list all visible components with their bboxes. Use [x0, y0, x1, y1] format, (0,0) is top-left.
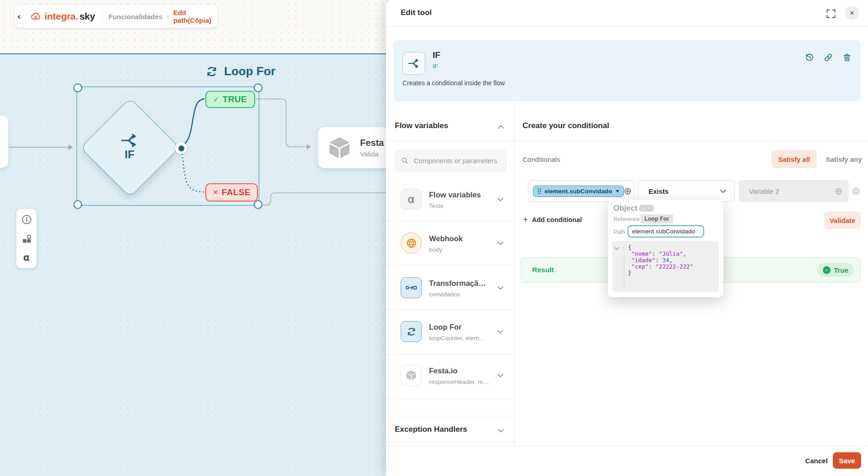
chevron-down-icon[interactable]	[497, 373, 503, 378]
components-grid-icon[interactable]	[21, 234, 32, 244]
festa-icon-box	[401, 365, 422, 386]
check-circle-icon: ✓	[823, 266, 831, 274]
loop-icon	[406, 326, 417, 337]
item-subtitle: Teste	[429, 202, 444, 209]
false-branch-badge[interactable]: ✕ FALSE	[205, 183, 258, 202]
path-input[interactable]	[627, 225, 704, 238]
alpha-variables-icon[interactable]: α	[23, 253, 30, 263]
link-icon[interactable]	[824, 53, 833, 62]
alpha-icon: α	[408, 193, 414, 205]
variable2-input[interactable]: Variable 2 ⊕	[739, 180, 849, 202]
chevron-down-icon[interactable]	[497, 197, 503, 202]
footer-divider	[386, 446, 868, 446]
json-preview-block: { "nome": "Júlia", "idade": 34, "cep": "…	[612, 241, 719, 292]
globe-icon	[406, 238, 417, 249]
collapse-chevron-icon[interactable]	[614, 247, 619, 250]
remove-row-button[interactable]: ✕	[852, 187, 860, 195]
logo-cloud-icon	[30, 12, 42, 21]
chevron-down-icon[interactable]	[497, 286, 503, 290]
breadcrumb-current: Edit path(Cópia)	[173, 9, 211, 24]
exception-divider	[386, 441, 514, 442]
selection-handle-bottom-left[interactable]	[73, 200, 82, 209]
transform-icon-box	[401, 277, 422, 298]
result-true-badge: ✓ True	[817, 263, 854, 277]
operator-select[interactable]: Exists	[638, 180, 735, 202]
branch-icon	[120, 134, 139, 147]
validate-button[interactable]: Validate	[824, 212, 861, 229]
logo-text-sky: sky	[79, 11, 95, 22]
loop-icon	[205, 65, 219, 78]
item-subtitle: convidados	[429, 291, 460, 298]
exception-divider	[386, 416, 514, 416]
reference-value-badge: Loop For	[640, 214, 673, 223]
output-connector-dot[interactable]	[175, 142, 187, 154]
column-divider	[514, 101, 515, 446]
variable2-placeholder: Variable 2	[749, 187, 779, 195]
satisfy-any-toggle[interactable]: Satisfy any	[820, 150, 868, 168]
add-conditional-label: Add conditional	[532, 216, 582, 223]
sidebar-item-transformacao[interactable]: Transformaçã… convidados	[386, 265, 514, 310]
item-subtitle: body	[429, 246, 442, 253]
chevron-down-icon	[616, 190, 619, 192]
back-button[interactable]: ‹	[15, 5, 23, 28]
add-variable-icon[interactable]: ⊕	[834, 186, 842, 196]
satisfy-all-toggle[interactable]: Satisfy all	[771, 150, 817, 168]
cube-icon	[326, 135, 353, 161]
flow-variables-header: Flow variables	[395, 121, 448, 130]
tool-name: IF	[433, 50, 440, 60]
selection-handle-bottom-right[interactable]	[254, 200, 262, 209]
section-divider	[386, 140, 868, 141]
chevron-up-icon[interactable]	[498, 125, 504, 129]
true-branch-badge[interactable]: ✓ TRUE	[205, 91, 255, 108]
conditional-variable-group: element.subConvidado ⊕	[528, 180, 634, 202]
add-variable-icon[interactable]: ⊕	[624, 186, 632, 196]
previous-flow-node[interactable]	[0, 115, 8, 168]
add-conditional-button[interactable]: + Add conditional	[523, 216, 582, 224]
exception-handlers-header[interactable]: Exception Handlers	[395, 425, 467, 434]
false-badge-label: FALSE	[222, 187, 251, 197]
info-icon[interactable]	[21, 214, 32, 225]
sidebar-item-webhook[interactable]: Webhook body	[386, 221, 514, 265]
sidebar-item-flow-variables[interactable]: α Flow variables Teste	[386, 182, 514, 221]
check-icon: ✓	[214, 95, 220, 103]
panel-title: Edit tool	[401, 8, 432, 17]
if-node-label: IF	[125, 148, 134, 161]
cube-icon	[405, 369, 418, 382]
chevron-down-icon[interactable]	[498, 429, 504, 433]
canvas-toolbar: α	[16, 209, 37, 268]
flow-variables-icon-box: α	[401, 189, 422, 210]
chevron-down-icon[interactable]	[497, 330, 503, 334]
breadcrumb-root[interactable]: Funcionalidades	[109, 13, 162, 21]
trash-icon[interactable]	[842, 53, 852, 62]
close-panel-button[interactable]: ✕	[845, 6, 859, 20]
selection-handle-top-left[interactable]	[73, 83, 82, 92]
variable-reference-popup: Object ‹ › Reference Loop For Path { "no…	[608, 200, 723, 297]
expand-fullscreen-icon[interactable]	[826, 9, 836, 19]
sidebar-item-loop-for[interactable]: Loop For loopCounter, elem…	[386, 310, 514, 354]
sidebar-item-festa-io[interactable]: Festa.io responseHeader, re…	[386, 354, 514, 398]
drag-handle-icon[interactable]	[538, 188, 541, 194]
variable-chip[interactable]: element.subConvidado	[533, 186, 624, 197]
edit-tool-panel: Edit tool ✕ IF IF Creates a conditional …	[386, 0, 868, 476]
conditionals-label: Conditionals	[523, 155, 560, 163]
festa-node-title: Festa	[360, 138, 384, 148]
result-value: True	[834, 266, 848, 274]
header-divider	[386, 26, 868, 26]
if-node-content[interactable]: IF	[95, 113, 164, 182]
tool-type: IF	[433, 63, 438, 70]
chevron-down-icon[interactable]	[497, 241, 503, 245]
breadcrumb: Funcionalidades › Edit path(Cópia)	[102, 9, 218, 24]
variable-chip-label: element.subConvidado	[544, 188, 612, 195]
breadcrumb-separator-icon: ›	[167, 13, 169, 20]
search-input[interactable]	[413, 156, 500, 165]
top-navigation-bar: ‹ integra. sky Funcionalidades › Edit pa…	[15, 5, 218, 28]
item-title: Loop For	[429, 323, 461, 331]
loop-for-node-label: Loop For	[205, 64, 276, 78]
save-button[interactable]: Save	[833, 452, 861, 469]
item-title: Flow variables	[429, 191, 481, 199]
item-title: Webhook	[429, 234, 463, 243]
selection-handle-top-right[interactable]	[254, 83, 262, 92]
history-icon[interactable]	[805, 53, 814, 62]
item-subtitle: loopCounter, elem…	[429, 335, 485, 341]
cancel-button[interactable]: Cancel	[798, 453, 835, 468]
